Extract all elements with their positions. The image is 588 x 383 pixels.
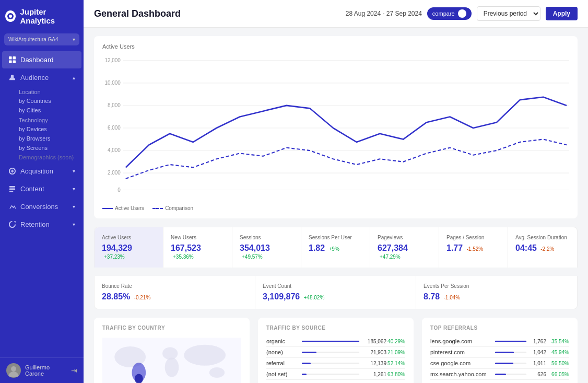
ref-num: 1,011	[531, 361, 546, 366]
metric-active-users: Active Users 194,329 +37.23%	[95, 227, 163, 268]
metric-value-row: 3,109,876 +48.02%	[263, 292, 408, 301]
account-selector[interactable]: WikiArquitectura GA4 ▾	[4, 33, 79, 45]
metric-change: +49.57%	[242, 254, 263, 260]
sidebar-item-by-browsers[interactable]: by Browsers	[13, 134, 84, 143]
metric-value-row: 354,013 +49.57%	[240, 243, 293, 260]
metric-value-row: 194,329 +37.23%	[102, 243, 156, 260]
svg-rect-4	[9, 60, 12, 63]
panel-title: TOP REFERRALS	[430, 325, 569, 331]
sidebar-item-by-cities[interactable]: by Cities	[13, 106, 84, 115]
metric-value-row: 8.78 -1.04%	[424, 292, 570, 301]
sidebar-item-by-devices[interactable]: by Devices	[13, 124, 84, 134]
sidebar-item-audience[interactable]: Audience ▴	[2, 69, 81, 86]
traffic-by-source-panel: TRAFFIC BY SOURCE organic 185,062 40.29%…	[258, 318, 414, 383]
ref-row-pinterest: pinterest.com 1,042 45.94%	[430, 347, 569, 358]
chevron-down-icon: ▾	[73, 222, 75, 227]
compare-toggle[interactable]: compare	[427, 7, 472, 20]
sidebar-item-by-countries[interactable]: by Countries	[13, 96, 84, 106]
svg-point-29	[162, 347, 178, 359]
metric-label: Pageviews	[378, 235, 431, 240]
source-bar-bg	[302, 374, 359, 375]
metric-change: -2.2%	[540, 246, 554, 252]
source-row-website: website 82 5.08%	[266, 380, 405, 383]
header-controls: 28 Aug 2024 - 27 Sep 2024 compare Previo…	[346, 6, 578, 21]
metric-bounce-rate: Bounce Rate 28.85% -0.21%	[95, 276, 255, 309]
sidebar-item-acquisition[interactable]: Acquisition ▾	[2, 163, 81, 180]
source-pct: 52.14%	[386, 361, 405, 366]
chart-legend: Active Users Comparison	[102, 205, 569, 211]
ref-name: cse.google.com	[430, 360, 491, 366]
active-users-chart: Active Users 12,000 10,000 8,000 6,000	[94, 36, 578, 218]
apply-button[interactable]: Apply	[546, 7, 578, 20]
user-name: Guillermo Carone	[25, 364, 67, 377]
metric-pageviews: Pageviews 627,384 +47.29%	[370, 227, 439, 268]
user-icon	[8, 74, 16, 82]
dashed-line-icon	[152, 208, 163, 209]
metric-value: 04:45	[515, 243, 537, 252]
source-name: (not set)	[266, 371, 298, 377]
metric-label: Sessions Per User	[309, 235, 362, 240]
source-bar	[302, 341, 359, 342]
metric-events-per-session: Events Per Session 8.78 -1.04%	[416, 276, 577, 309]
source-bar-bg	[302, 341, 359, 342]
app-name: Jupiter Analytics	[20, 7, 78, 25]
referrals-list: lens.google.com 1,762 35.54% pinterest.c…	[430, 336, 569, 383]
source-num: 1,261	[363, 372, 386, 377]
period-select[interactable]: Previous period	[477, 6, 540, 21]
source-name: referral	[266, 360, 298, 366]
metric-label: Event Count	[263, 283, 408, 289]
source-num: 185,062	[363, 339, 386, 344]
ref-row-yandex: yandex.ru 549 198.72%	[430, 380, 569, 383]
map-svg	[102, 336, 241, 383]
toggle-dot	[458, 9, 466, 18]
metric-value-row: 167,523 +35.36%	[171, 243, 225, 260]
traffic-by-country-panel: TRAFFIC BY COUNTRY	[94, 318, 250, 383]
avatar	[6, 363, 21, 378]
legend-solid-label: Active Users	[115, 205, 144, 211]
metric-sessions: Sessions 354,013 +49.57%	[232, 227, 301, 268]
metric-change: +9%	[328, 246, 339, 252]
metric-label: New Users	[171, 235, 225, 240]
svg-text:6,000: 6,000	[108, 125, 121, 131]
sidebar-item-by-screens[interactable]: by Screens	[13, 143, 84, 153]
metric-label: Bounce Rate	[102, 283, 248, 289]
user-profile: Guillermo Carone ⇥	[0, 357, 84, 383]
metric-pages-per-session: Pages / Session 1.77 -1.52%	[439, 227, 508, 268]
source-bar	[302, 352, 316, 353]
top-referrals-panel: TOP REFERRALS lens.google.com 1,762 35.5…	[422, 318, 578, 383]
sidebar-item-retention[interactable]: Retention ▾	[2, 216, 81, 233]
sidebar-item-content[interactable]: Content ▾	[2, 180, 81, 198]
bottom-panels: TRAFFIC BY COUNTRY	[94, 318, 578, 383]
svg-text:12,000: 12,000	[104, 57, 121, 63]
sidebar-item-label: Audience	[20, 74, 49, 82]
ref-name: lens.google.com	[430, 338, 491, 344]
ref-num: 626	[531, 372, 546, 377]
ref-pct: 45.94%	[546, 350, 569, 355]
ref-row-cse: cse.google.com 1,011 56.50%	[430, 358, 569, 369]
svg-point-30	[165, 357, 179, 377]
account-name: WikiArquitectura GA4	[8, 37, 58, 42]
legend-comparison: Comparison	[152, 205, 193, 211]
metric-value: 627,384	[378, 243, 408, 252]
svg-rect-5	[13, 60, 16, 63]
sidebar-item-label: Acquisition	[20, 167, 53, 175]
svg-rect-3	[13, 56, 16, 60]
metric-avg-session: Avg. Session Duration 04:45 -2.2%	[508, 227, 577, 268]
ref-pct: 35.54%	[546, 339, 569, 344]
ref-pct: 66.05%	[546, 372, 569, 377]
source-list: organic 185,062 40.29% (none) 21,903 21.…	[266, 336, 405, 383]
world-map	[102, 336, 241, 383]
sidebar-item-dashboard[interactable]: Dashboard	[2, 51, 81, 68]
metric-value-row: 1.82 +9%	[309, 243, 362, 253]
source-num: 12,139	[363, 361, 386, 366]
source-pct: 21.09%	[386, 350, 405, 355]
sidebar-item-conversions[interactable]: Conversions ▾	[2, 198, 81, 215]
metric-value-row: 28.85% -0.21%	[102, 292, 248, 301]
chart-title: Active Users	[102, 43, 569, 50]
logout-icon[interactable]: ⇥	[71, 366, 77, 375]
metric-change: +47.29%	[380, 254, 401, 260]
sidebar-item-label: Content	[20, 185, 44, 193]
source-pct: 63.80%	[386, 372, 405, 377]
metric-label: Events Per Session	[424, 283, 570, 289]
ref-bar	[495, 363, 513, 364]
